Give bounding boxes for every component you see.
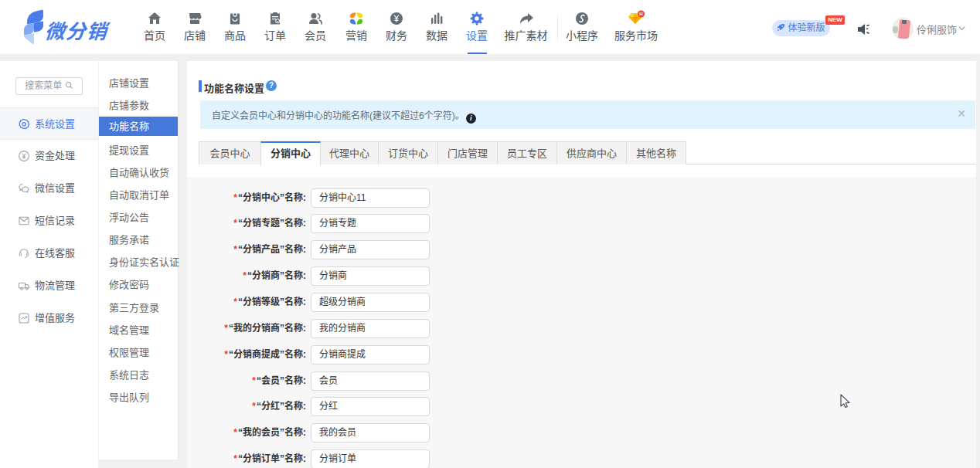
svg-text:H: H bbox=[639, 12, 642, 16]
